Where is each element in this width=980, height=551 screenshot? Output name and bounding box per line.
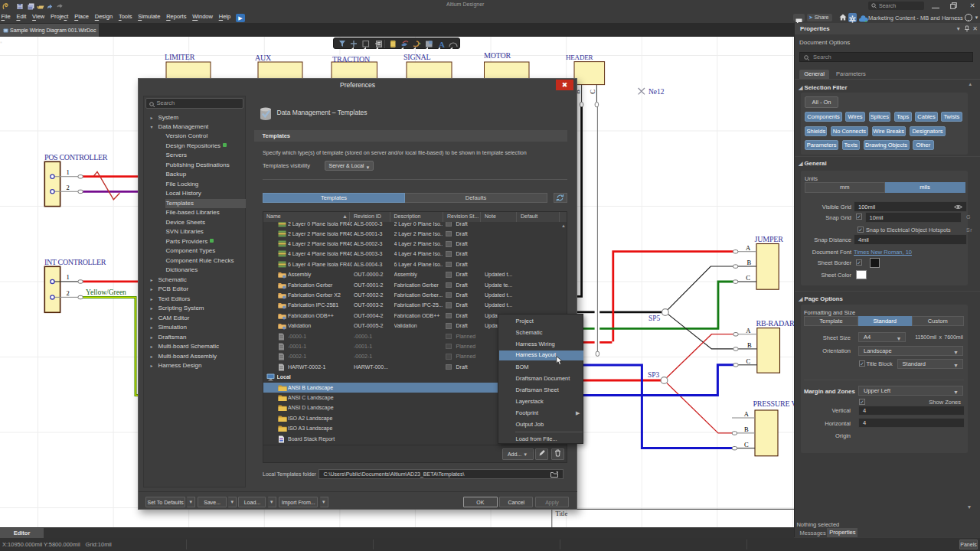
svg-text:A: A (744, 410, 750, 418)
svg-text:Title: Title (556, 510, 568, 517)
svg-text:1: 1 (66, 273, 69, 281)
svg-text:A: A (746, 327, 751, 334)
svg-text:HEADER: HEADER (566, 54, 593, 61)
svg-text:B: B (744, 425, 749, 433)
svg-text:B: B (747, 341, 752, 349)
svg-text:C: C (744, 441, 749, 448)
svg-text:AUX: AUX (255, 54, 272, 62)
svg-text:SIGNAL: SIGNAL (403, 53, 431, 61)
svg-text:PRESSURE VALVE: PRESSURE VALVE (753, 399, 795, 408)
svg-text:RB-RADAR C: RB-RADAR C (756, 319, 795, 328)
svg-text:MOTOR: MOTOR (484, 51, 511, 60)
svg-text:C: C (589, 90, 596, 94)
svg-text:C: C (746, 357, 751, 365)
svg-text:LIMITER: LIMITER (165, 53, 195, 61)
svg-text:POS CONTROLLER: POS CONTROLLER (44, 153, 108, 161)
svg-text:JUMPER: JUMPER (755, 235, 784, 243)
svg-text:A: A (439, 40, 445, 49)
svg-text:SP5: SP5 (648, 315, 661, 322)
svg-text:TRACTION: TRACTION (332, 55, 370, 64)
svg-text:Yellow/Green: Yellow/Green (86, 289, 126, 296)
svg-text:SP3: SP3 (648, 371, 660, 379)
svg-text:2: 2 (66, 289, 69, 297)
svg-text:Ne12: Ne12 (648, 88, 665, 96)
svg-text:B: B (747, 259, 752, 266)
svg-text:2: 2 (66, 184, 69, 191)
svg-text:C: C (746, 274, 750, 282)
svg-text:A: A (746, 244, 751, 252)
svg-text:INT CONTROLLER: INT CONTROLLER (44, 258, 106, 266)
svg-text:1: 1 (66, 168, 69, 176)
